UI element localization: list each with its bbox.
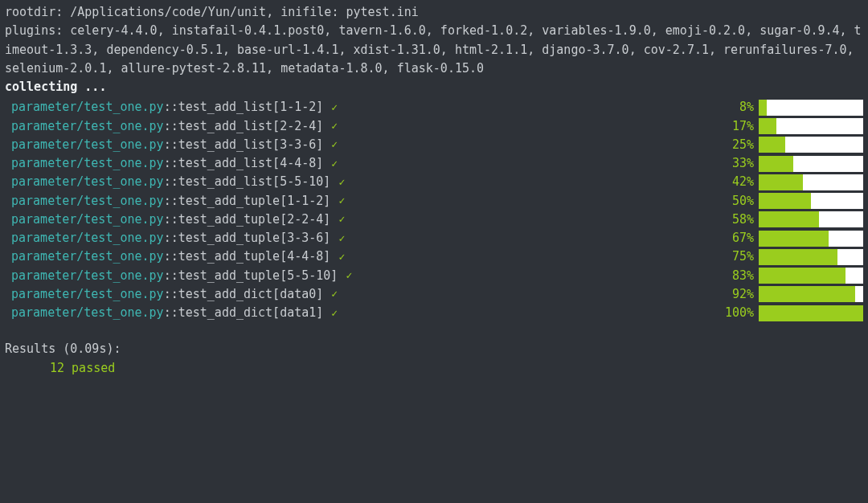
progress-bar-fill [759,174,803,190]
progress-bar-fill [759,268,845,284]
progress-area: 100% [717,304,863,322]
progress-bar [759,286,863,302]
results-header: Results (0.09s): [5,340,863,358]
results-summary: Results (0.09s): 12 passed [5,340,863,378]
progress-bar-fill [759,286,855,302]
test-row: parameter/test_one.py::test_add_tuple[3-… [5,229,863,247]
test-row: parameter/test_one.py::test_add_tuple[4-… [5,247,863,266]
test-path: parameter/test_one.py [11,98,164,117]
test-separator: :: [164,98,178,117]
test-separator: :: [164,192,178,211]
progress-bar [759,100,863,116]
test-path: parameter/test_one.py [11,304,164,322]
progress-percent: 83% [717,267,759,285]
check-icon: ✓ [331,118,338,134]
progress-bar-fill [759,156,793,172]
progress-area: 75% [717,247,863,266]
test-list: parameter/test_one.py::test_add_list[1-1… [5,98,863,322]
test-name: test_add_list[1-1-2] [178,98,324,117]
test-separator: :: [164,117,178,136]
test-separator: :: [164,304,178,322]
check-icon: ✓ [331,100,338,116]
check-icon: ✓ [338,174,345,190]
test-name: test_add_list[3-3-6] [178,136,324,154]
progress-bar [759,211,863,227]
progress-area: 25% [717,136,863,154]
check-icon: ✓ [331,305,338,321]
progress-area: 50% [717,192,863,211]
check-icon: ✓ [338,231,345,247]
progress-area: 8% [717,98,863,117]
test-row: parameter/test_one.py::test_add_list[1-1… [5,98,863,117]
plugins-line: plugins: celery-4.4.0, instafail-0.4.1.p… [5,22,863,78]
test-path: parameter/test_one.py [11,247,164,266]
test-name: test_add_tuple[1-1-2] [178,192,331,211]
progress-area: 83% [717,267,863,285]
test-name: test_add_tuple[4-4-8] [178,247,331,266]
progress-bar-fill [759,211,819,227]
progress-area: 42% [717,173,863,191]
progress-percent: 58% [717,211,759,229]
test-path: parameter/test_one.py [11,117,164,136]
progress-percent: 67% [717,229,759,247]
test-row: parameter/test_one.py::test_add_tuple[1-… [5,192,863,211]
check-icon: ✓ [331,286,338,302]
progress-bar-fill [759,118,776,134]
progress-percent: 92% [717,285,759,304]
progress-bar [759,174,863,190]
progress-bar [759,193,863,209]
progress-bar-fill [759,137,785,153]
progress-bar-fill [759,249,837,265]
test-path: parameter/test_one.py [11,173,164,191]
test-row: parameter/test_one.py::test_add_dict[dat… [5,285,863,304]
progress-percent: 100% [717,304,759,322]
progress-bar-fill [759,305,863,321]
test-separator: :: [164,229,178,247]
test-row: parameter/test_one.py::test_add_list[5-5… [5,173,863,191]
test-path: parameter/test_one.py [11,211,164,229]
rootdir-line: rootdir: /Applications/code/Yun/unit, in… [5,3,863,22]
progress-percent: 8% [717,98,759,117]
progress-percent: 17% [717,117,759,136]
test-path: parameter/test_one.py [11,285,164,304]
progress-bar [759,305,863,321]
progress-bar-fill [759,231,829,247]
check-icon: ✓ [338,211,345,227]
progress-bar [759,268,863,284]
progress-percent: 42% [717,173,759,191]
test-row: parameter/test_one.py::test_add_tuple[5-… [5,267,863,285]
test-separator: :: [164,285,178,304]
check-icon: ✓ [346,268,352,284]
progress-bar [759,137,863,153]
test-path: parameter/test_one.py [11,192,164,211]
progress-bar [759,156,863,172]
test-name: test_add_dict[data1] [178,304,324,322]
test-row: parameter/test_one.py::test_add_list[2-2… [5,117,863,136]
progress-area: 92% [717,285,863,304]
progress-bar-fill [759,100,767,116]
test-row: parameter/test_one.py::test_add_tuple[2-… [5,211,863,229]
progress-area: 17% [717,117,863,136]
test-separator: :: [164,267,178,285]
progress-area: 33% [717,154,863,173]
results-passed: 12 passed [50,359,115,378]
check-icon: ✓ [331,137,338,153]
test-separator: :: [164,154,178,173]
check-icon: ✓ [338,193,345,209]
test-name: test_add_list[4-4-8] [178,154,324,173]
test-path: parameter/test_one.py [11,154,164,173]
progress-percent: 33% [717,154,759,173]
test-name: test_add_tuple[2-2-4] [178,211,331,229]
progress-bar [759,118,863,134]
progress-percent: 75% [717,247,759,266]
progress-percent: 50% [717,192,759,211]
test-separator: :: [164,211,178,229]
test-separator: :: [164,247,178,266]
test-separator: :: [164,136,178,154]
progress-area: 58% [717,211,863,229]
test-row: parameter/test_one.py::test_add_list[4-4… [5,154,863,173]
progress-bar [759,249,863,265]
test-name: test_add_tuple[5-5-10] [178,267,338,285]
test-row: parameter/test_one.py::test_add_dict[dat… [5,304,863,322]
test-path: parameter/test_one.py [11,229,164,247]
